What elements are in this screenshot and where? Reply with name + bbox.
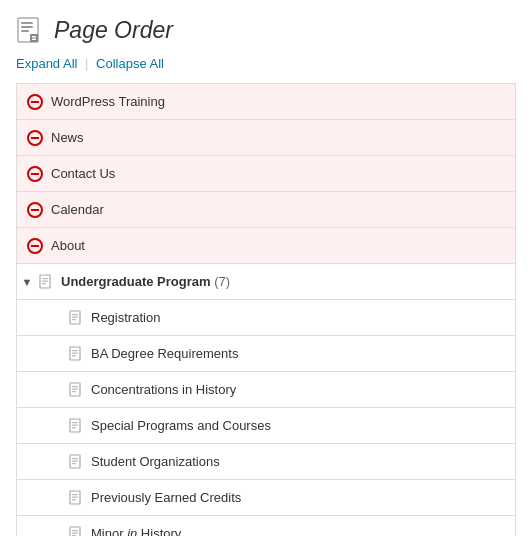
list-item[interactable]: Calendar [17,192,515,228]
expand-collapse-row: Expand All | Collapse All [16,56,516,71]
svg-rect-28 [72,458,78,459]
list-item[interactable]: WordPress Training [17,84,515,120]
svg-rect-22 [72,391,76,392]
svg-rect-2 [21,26,33,28]
no-entry-icon [27,94,43,110]
svg-rect-12 [72,314,78,315]
page-title-row: Page Order [16,16,516,44]
doc-icon [69,346,83,362]
svg-rect-5 [32,36,36,38]
svg-rect-17 [72,352,78,353]
svg-rect-6 [32,39,36,41]
item-label: Calendar [51,202,104,217]
svg-rect-29 [72,460,78,461]
svg-rect-34 [72,499,76,500]
svg-rect-25 [72,424,78,425]
item-label: News [51,130,84,145]
item-label: About [51,238,85,253]
svg-rect-24 [72,422,78,423]
collapse-arrow-icon[interactable]: ▼ [22,276,33,288]
svg-rect-36 [72,530,78,531]
svg-rect-14 [72,319,76,320]
doc-icon [69,382,83,398]
svg-rect-1 [21,22,33,24]
expand-all-link[interactable]: Expand All [16,56,77,71]
svg-rect-30 [72,463,76,464]
item-label: Minor in History [91,526,181,536]
no-entry-icon [27,166,43,182]
svg-rect-4 [30,34,38,42]
item-label: BA Degree Requirements [91,346,238,361]
svg-rect-3 [21,30,29,32]
svg-rect-33 [72,496,78,497]
doc-icon [69,418,83,434]
list-item[interactable]: About [17,228,515,264]
svg-rect-18 [72,355,76,356]
svg-rect-16 [72,350,78,351]
svg-rect-20 [72,386,78,387]
doc-icon [69,526,83,537]
list-item-parent[interactable]: ▼ Undergraduate Program (7) [17,264,515,300]
list-item[interactable]: Contact Us [17,156,515,192]
item-label: Undergraduate Program (7) [61,274,230,289]
svg-rect-37 [72,532,78,533]
list-item[interactable]: BA Degree Requirements [17,336,515,372]
list-item[interactable]: Previously Earned Credits [17,480,515,516]
doc-icon [69,310,83,326]
list-item[interactable]: Registration [17,300,515,336]
list-item[interactable]: Special Programs and Courses [17,408,515,444]
item-label: Contact Us [51,166,115,181]
page-order-icon [16,16,44,44]
list-item[interactable]: Concentrations in History [17,372,515,408]
no-entry-icon [27,130,43,146]
list-item[interactable]: News [17,120,515,156]
svg-rect-21 [72,388,78,389]
svg-rect-10 [42,283,46,284]
list-item[interactable]: Student Organizations [17,444,515,480]
page-wrapper: Page Order Expand All | Collapse All Wor… [0,0,532,536]
svg-rect-26 [72,427,76,428]
item-label: Concentrations in History [91,382,236,397]
list-item[interactable]: Minor in History [17,516,515,536]
svg-rect-9 [42,280,48,281]
svg-rect-8 [42,278,48,279]
page-list: WordPress Training News Contact Us Calen… [16,83,516,536]
item-label: Special Programs and Courses [91,418,271,433]
svg-rect-32 [72,494,78,495]
page-title: Page Order [54,17,173,44]
no-entry-icon [27,202,43,218]
doc-icon [69,454,83,470]
doc-icon [69,490,83,506]
item-label: WordPress Training [51,94,165,109]
no-entry-icon [27,238,43,254]
item-label: Registration [91,310,160,325]
doc-icon [39,274,53,290]
collapse-all-link[interactable]: Collapse All [96,56,164,71]
toggle-cell[interactable]: ▼ [17,276,35,288]
item-label: Student Organizations [91,454,220,469]
svg-rect-13 [72,316,78,317]
separator: | [85,56,92,71]
item-label: Previously Earned Credits [91,490,241,505]
